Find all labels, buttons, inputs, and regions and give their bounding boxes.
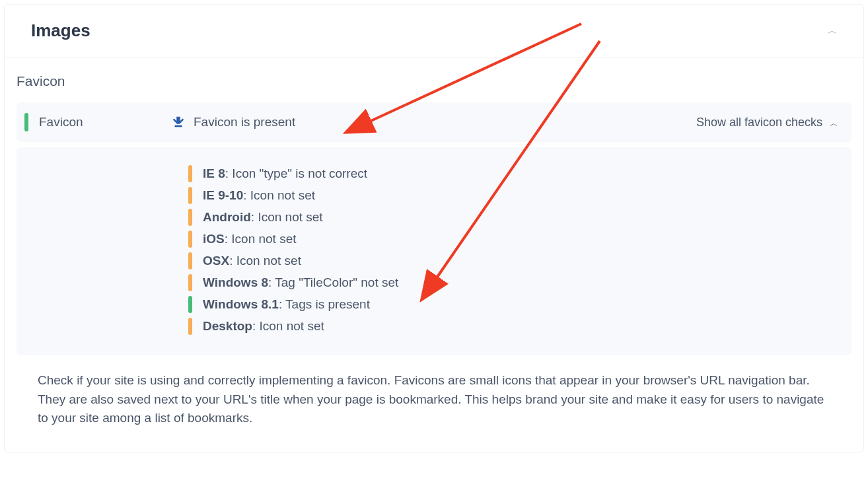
description-line: They are also saved next to your URL's t…	[38, 390, 830, 428]
check-item: Windows 8.1: Tags is present	[188, 296, 838, 313]
toggle-label: Show all favicon checks	[696, 116, 822, 129]
chevron-up-icon: ︿	[830, 118, 838, 128]
check-text: Windows 8.1: Tags is present	[203, 297, 370, 312]
check-item: IE 9-10: Icon not set	[188, 187, 838, 204]
images-panel: Images ︿ Favicon Favicon Favicon is pres…	[4, 4, 864, 452]
check-label: Android	[203, 210, 251, 224]
description-line: Check if your site is using and correctl…	[38, 371, 830, 390]
status-indicator	[188, 231, 192, 248]
status-indicator	[188, 296, 192, 313]
check-message: : Icon not set	[229, 254, 301, 268]
check-text: IE 8: Icon "type" is not correct	[203, 166, 367, 181]
check-text: Windows 8: Tag "TileColor" not set	[203, 275, 398, 290]
favicon-summary-row: Favicon Favicon is present Show all favi…	[17, 102, 851, 142]
favicon-section: Favicon Favicon Favicon is present Show …	[5, 57, 863, 452]
status-indicator	[188, 318, 192, 335]
summary-value: Favicon is present	[171, 115, 295, 129]
check-item: iOS: Icon not set	[188, 231, 838, 248]
check-message: : Tags is present	[279, 297, 370, 311]
status-indicator	[188, 274, 192, 291]
status-indicator	[188, 252, 192, 269]
check-message: : Icon not set	[252, 319, 324, 333]
status-indicator	[188, 165, 192, 182]
svg-rect-0	[175, 126, 182, 127]
check-item: IE 8: Icon "type" is not correct	[188, 165, 838, 182]
check-item: OSX: Icon not set	[188, 252, 838, 269]
check-text: OSX: Icon not set	[203, 254, 301, 268]
check-label: Windows 8	[203, 275, 268, 289]
summary-value-text: Favicon is present	[194, 115, 295, 129]
check-label: Windows 8.1	[203, 297, 279, 311]
check-label: iOS	[203, 232, 225, 246]
check-label: IE 8	[203, 166, 225, 180]
check-text: iOS: Icon not set	[203, 232, 297, 246]
panel-title: Images	[31, 20, 90, 41]
status-indicator	[188, 209, 192, 226]
show-all-checks-toggle[interactable]: Show all favicon checks ︿	[696, 116, 838, 129]
check-text: Desktop: Icon not set	[203, 319, 324, 334]
favicon-description: Check if your site is using and correctl…	[17, 371, 851, 428]
check-message: : Icon not set	[251, 210, 323, 224]
check-item: Desktop: Icon not set	[188, 318, 838, 335]
section-title: Favicon	[17, 73, 851, 89]
check-label: OSX	[203, 254, 229, 268]
summary-label: Favicon	[39, 115, 171, 129]
check-message: : Icon "type" is not correct	[225, 166, 367, 180]
check-label: IE 9-10	[203, 188, 243, 202]
favicon-checks-list: IE 8: Icon "type" is not correctIE 9-10:…	[17, 147, 851, 355]
status-indicator	[24, 113, 28, 131]
check-text: IE 9-10: Icon not set	[203, 188, 315, 203]
check-message: : Icon not set	[225, 232, 297, 246]
favicon-icon	[171, 115, 186, 129]
check-message: : Tag "TileColor" not set	[268, 275, 398, 289]
panel-header[interactable]: Images ︿	[5, 5, 863, 57]
status-indicator	[188, 187, 192, 204]
check-text: Android: Icon not set	[203, 210, 323, 225]
check-item: Android: Icon not set	[188, 209, 838, 226]
check-label: Desktop	[203, 319, 252, 333]
chevron-up-icon[interactable]: ︿	[828, 25, 837, 37]
check-item: Windows 8: Tag "TileColor" not set	[188, 274, 838, 291]
check-message: : Icon not set	[243, 188, 315, 202]
